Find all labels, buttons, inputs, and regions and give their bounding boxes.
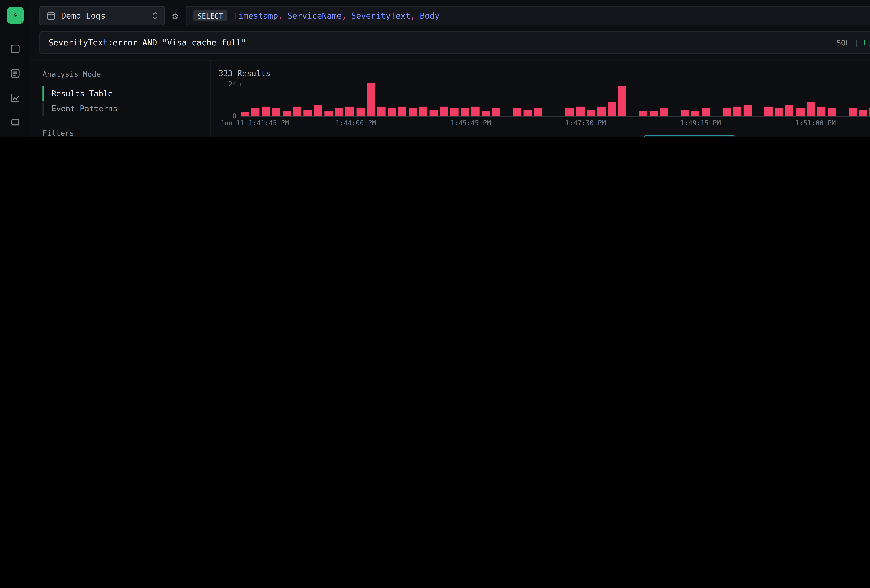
histogram-bar <box>304 109 312 116</box>
mode-results-table[interactable]: Results Table <box>42 86 198 101</box>
histogram-bar <box>450 108 459 116</box>
histogram-bar <box>786 105 794 116</box>
nav-rail-icons <box>9 43 21 137</box>
log-source-label: Demo Logs <box>61 11 147 21</box>
histogram-bar <box>335 108 343 116</box>
x-axis-tick-label: 1:49:15 PM <box>680 119 721 127</box>
histogram-bar <box>764 106 773 116</box>
query-settings-gear-icon[interactable]: ⚙ <box>172 11 178 21</box>
topbar: Demo Logs ⚙ SELECT Timestamp,ServiceName… <box>31 0 870 61</box>
histogram-bar <box>618 86 626 116</box>
x-axis-tick-label: 1:51:00 PM <box>796 119 836 127</box>
analysis-mode-list: Results Table Event Patterns <box>42 86 198 116</box>
nav-hosts-icon[interactable] <box>9 117 21 128</box>
search-row: SeverityText:error AND "Visa cache full"… <box>40 31 870 54</box>
mode-sql[interactable]: SQL <box>837 39 850 47</box>
histogram-bar <box>796 108 804 116</box>
sidebar: Analysis Mode Results Table Event Patter… <box>31 61 211 137</box>
resume-live-tail-button[interactable]: ⚡ Resume Live Tail <box>644 135 734 137</box>
histogram-bar <box>366 83 375 116</box>
histogram-bar <box>744 105 752 116</box>
histogram-bar <box>524 109 532 116</box>
histogram-bar <box>817 106 825 116</box>
search-query-text: SeverityText:error AND "Visa cache full" <box>49 37 831 47</box>
query-comma: , <box>278 11 283 21</box>
histogram-bar <box>534 108 542 116</box>
logs-source-icon <box>46 11 56 21</box>
results-count: 333 Results <box>219 68 270 77</box>
x-axis-labels: Jun 11 1:41:45 PM1:44:00 PM1:45:45 PM1:4… <box>241 119 870 129</box>
analysis-mode-title: Analysis Mode <box>42 70 198 78</box>
histogram-bar <box>408 108 417 116</box>
query-comma: , <box>342 11 347 21</box>
app-logo[interactable]: ⚡ <box>6 7 24 24</box>
select-columns-bar[interactable]: SELECT Timestamp,ServiceName,SeverityTex… <box>185 6 870 25</box>
histogram-bar <box>702 108 710 116</box>
query-column-list: Timestamp,ServiceName,SeverityText,Body <box>234 11 439 21</box>
histogram-bar <box>241 112 249 116</box>
x-axis-tick-label: 1:45:45 PM <box>450 119 491 127</box>
mode-divider: | <box>855 39 859 47</box>
histogram-bar <box>733 106 742 116</box>
histogram-plot[interactable] <box>241 83 870 117</box>
histogram-bar <box>597 106 605 116</box>
histogram-bar <box>398 106 406 116</box>
main-panel: 333 Results Scanned Rows: 788242 24 0 Ju… <box>211 61 870 137</box>
histogram-bar <box>272 108 280 116</box>
histogram-chart: 24 0 <box>219 83 870 117</box>
nav-panels-icon[interactable] <box>9 43 21 54</box>
select-keyword-chip: SELECT <box>193 10 228 21</box>
histogram-bar <box>681 109 689 116</box>
histogram-bar <box>639 111 647 116</box>
results-summary-row: 333 Results Scanned Rows: 788242 <box>219 68 870 77</box>
histogram-bar <box>608 102 615 116</box>
log-source-select[interactable]: Demo Logs <box>40 6 165 25</box>
log-histogram: 24 0 Jun 11 1:41:45 PM1:44:00 PM1:45:45 … <box>219 83 870 129</box>
x-axis-tick-label: 1:47:30 PM <box>566 119 606 127</box>
histogram-bar <box>775 108 784 116</box>
histogram-bar <box>650 111 657 116</box>
histogram-bar <box>576 106 584 116</box>
query-comma: , <box>410 11 415 21</box>
histogram-bar <box>806 102 815 116</box>
histogram-bar <box>283 111 291 116</box>
query-column-token: Body <box>420 11 440 21</box>
nav-logs-icon[interactable] <box>9 68 21 79</box>
y-tick-max: 24 <box>228 80 236 88</box>
query-column-token: SeverityText <box>351 11 410 21</box>
x-axis-tick-label: 1:44:00 PM <box>336 119 376 127</box>
mode-lucene[interactable]: Lucene <box>863 39 870 47</box>
y-tick-zero: 0 <box>232 113 236 120</box>
histogram-bar <box>440 106 448 116</box>
histogram-bar <box>848 108 857 116</box>
histogram-bar <box>723 108 731 116</box>
live-tail-row: ⚡ Resume Live Tail <box>219 133 870 137</box>
histogram-bar <box>251 108 259 116</box>
select-caret-icon <box>152 11 158 20</box>
query-language-toggle: SQL | Lucene <box>837 39 870 47</box>
histogram-bar <box>691 111 699 116</box>
histogram-bar <box>293 106 301 116</box>
histogram-bar <box>566 108 574 116</box>
histogram-bar <box>429 109 438 116</box>
histogram-bar <box>471 106 480 116</box>
histogram-bar <box>859 109 867 116</box>
mode-event-patterns[interactable]: Event Patterns <box>42 101 198 116</box>
x-axis-tick-label: Jun 11 1:41:45 PM <box>220 119 289 127</box>
filters-title: Filters <box>42 129 198 137</box>
histogram-bar <box>356 108 364 116</box>
histogram-bar <box>419 106 427 116</box>
histogram-bar <box>482 111 490 116</box>
content: Demo Logs ⚙ SELECT Timestamp,ServiceName… <box>31 0 870 137</box>
y-axis-tick-mark <box>240 83 241 86</box>
nav-charts-icon[interactable] <box>9 92 21 104</box>
histogram-bar <box>869 108 870 116</box>
histogram-bar <box>262 106 270 116</box>
histogram-bar <box>314 105 322 116</box>
query-column-token: ServiceName <box>288 11 342 21</box>
query-column-token: Timestamp <box>234 11 278 21</box>
histogram-bar <box>461 108 469 116</box>
histogram-bar <box>346 106 354 116</box>
histogram-bar <box>377 106 385 116</box>
search-input[interactable]: SeverityText:error AND "Visa cache full"… <box>40 31 870 54</box>
